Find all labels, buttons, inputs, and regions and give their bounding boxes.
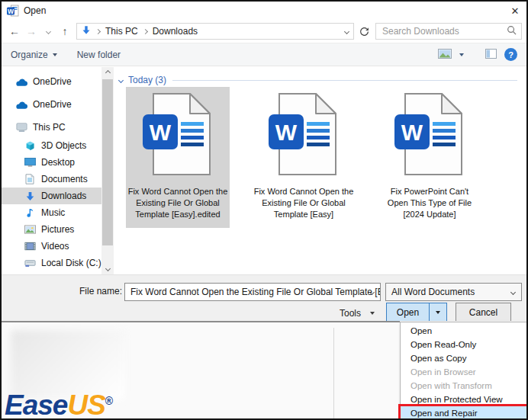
svg-text:W: W [401, 120, 423, 145]
new-folder-button[interactable]: New folder [77, 50, 121, 60]
word-document-icon: W [378, 91, 481, 177]
group-divider [172, 80, 517, 81]
menu-item-open[interactable]: Open [401, 324, 527, 338]
sidebar-scrollbar[interactable] [101, 67, 114, 274]
close-icon[interactable]: ✕ [504, 2, 526, 19]
menu-item-open-as-copy[interactable]: Open as Copy [401, 351, 527, 365]
open-split-button: Open [386, 303, 447, 322]
group-collapse-chevron-icon [118, 77, 124, 82]
sidebar-item-label: Documents [41, 174, 88, 184]
file-name-label: File name: [76, 286, 122, 297]
sidebar-item-label: Pictures [41, 224, 74, 235]
videos-icon [24, 242, 36, 251]
organize-dropdown-icon [53, 53, 57, 56]
3d-objects-icon [24, 141, 36, 151]
file-name-caption: Fix Word Cannot Open the Existing File O… [126, 186, 230, 220]
file-type-combobox[interactable]: All Word Documents [385, 283, 522, 301]
organize-button[interactable]: Organize [11, 50, 57, 60]
breadcrumb-this-pc[interactable]: This PC [105, 26, 138, 37]
sidebar-list: OneDriveOneDriveThis PC3D ObjectsDesktop… [2, 67, 101, 274]
search-input[interactable] [381, 25, 507, 37]
file-tile-selected[interactable]: WFix Word Cannot Open the Existing File … [126, 87, 230, 228]
sidebar-item-videos[interactable]: Videos [2, 238, 101, 255]
word-app-icon: W [7, 5, 19, 17]
search-box [375, 23, 522, 40]
music-icon [24, 208, 36, 218]
registered-mark: ® [105, 395, 113, 407]
refresh-icon[interactable] [356, 23, 372, 40]
page-divider [333, 328, 334, 420]
menu-item-open-with-transform: Open with Transform [401, 379, 527, 393]
scroll-up-icon[interactable] [101, 67, 114, 79]
sidebar-item-desktop[interactable]: Desktop [2, 154, 101, 171]
easeus-watermark: EaseUS® [5, 390, 113, 420]
menu-item-open-and-repair[interactable]: Open and Repair [401, 406, 527, 420]
sidebar-item-music[interactable]: Music [2, 204, 101, 221]
scroll-down-icon[interactable] [101, 263, 114, 274]
downloads-folder-icon [82, 25, 91, 37]
sidebar-item-local-disk[interactable]: Local Disk (C:) [2, 255, 101, 271]
sidebar-item-label: OneDrive [33, 76, 72, 87]
sidebar-item-label: OneDrive [33, 99, 72, 110]
sidebar-item-3d-objects[interactable]: 3D Objects [2, 137, 101, 154]
onedrive-icon [15, 78, 27, 86]
address-bar[interactable]: This PC Downloads [76, 23, 354, 40]
word-document-icon: W [126, 91, 230, 177]
group-header-today[interactable]: Today (3) [119, 75, 517, 85]
breadcrumb-separator-icon [143, 28, 148, 34]
help-icon[interactable]: ? [504, 48, 517, 61]
breadcrumb-downloads[interactable]: Downloads [153, 26, 198, 37]
nav-bar: ← → ↑ This PC Downloads [2, 20, 526, 43]
up-icon[interactable]: ↑ [56, 23, 73, 40]
file-list-area: Today (3) WFix Word Cannot Open the Exis… [114, 67, 526, 274]
group-label: Today (3) [128, 75, 166, 85]
views-icon[interactable] [438, 49, 452, 61]
svg-text:W: W [8, 8, 14, 15]
back-icon[interactable]: ← [6, 23, 23, 40]
menu-item-open-in-protected-view[interactable]: Open in Protected View [401, 393, 527, 406]
sidebar-item-onedrive[interactable]: OneDrive [2, 73, 101, 90]
file-type-chevron-icon [510, 290, 516, 295]
command-toolbar: Organize New folder ? [2, 43, 526, 66]
sidebar-item-label: Downloads [41, 191, 86, 201]
cancel-button[interactable]: Cancel [456, 303, 511, 322]
title-bar: W Open ✕ [2, 2, 526, 20]
sidebar-item-label: Local Disk (C:) [41, 258, 101, 268]
sidebar-item-pictures[interactable]: Pictures [2, 221, 101, 238]
main-area: OneDriveOneDriveThis PC3D ObjectsDesktop… [2, 67, 526, 274]
onedrive-icon [15, 101, 27, 109]
window-title: Open [24, 5, 46, 16]
open-button[interactable]: Open [387, 303, 429, 322]
sidebar-item-onedrive[interactable]: OneDrive [2, 96, 101, 113]
svg-text:W: W [150, 120, 172, 145]
tools-button[interactable]: Tools [340, 304, 375, 322]
recent-locations-chevron-icon[interactable] [40, 23, 56, 40]
open-dialog-window: W Open ✕ ← → ↑ This PC Downloads [0, 0, 528, 420]
search-icon[interactable] [507, 24, 517, 38]
sidebar-item-label: Music [41, 207, 65, 218]
downloads-icon [24, 191, 36, 201]
svg-text:W: W [275, 120, 298, 145]
dialog-bottom-edge [2, 321, 400, 322]
tools-dropdown-icon [370, 312, 375, 315]
file-name-caption: Fix Word Cannot Open the Existing File O… [252, 186, 356, 220]
local-disk-icon [24, 258, 36, 268]
sidebar-item-label: Videos [41, 241, 69, 252]
address-dropdown-chevron-icon[interactable] [344, 28, 349, 34]
file-tile[interactable]: WFix Word Cannot Open the Existing File … [252, 87, 356, 228]
this-pc-icon [15, 123, 27, 133]
sidebar-item-downloads-selected[interactable]: Downloads [2, 188, 101, 204]
file-name-combobox[interactable]: Fix Word Cannot Open the Existing File O… [124, 283, 381, 301]
file-tile[interactable]: WFix PowerPoint Can't Open This Type of … [378, 87, 481, 228]
menu-item-open-read-only[interactable]: Open Read-Only [401, 338, 527, 351]
open-dropdown-menu: OpenOpen Read-OnlyOpen as CopyOpen in Br… [400, 322, 528, 420]
open-dropdown-arrow[interactable] [429, 303, 446, 322]
views-dropdown-icon[interactable] [459, 53, 464, 56]
scrollbar-thumb[interactable] [102, 79, 113, 245]
forward-icon[interactable]: → [23, 23, 40, 40]
sidebar-item-this-pc[interactable]: This PC [2, 119, 101, 136]
sidebar-item-documents[interactable]: Documents [2, 171, 101, 188]
sidebar-item-label: 3D Objects [41, 140, 86, 151]
preview-pane-icon[interactable] [485, 49, 497, 61]
word-document-icon: W [252, 91, 356, 177]
